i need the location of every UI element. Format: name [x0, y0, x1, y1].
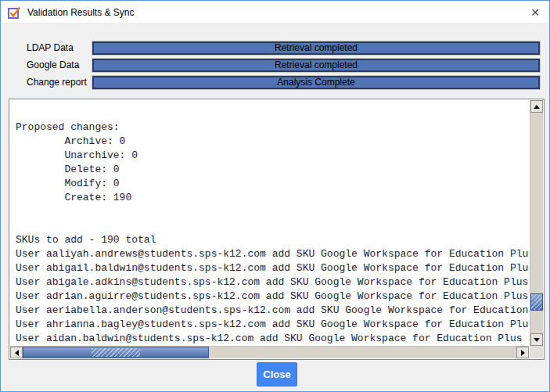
titlebar: Validation Results & Sync ✕ [2, 2, 548, 23]
change-report-textarea: Proposed changes: Archive: 0 Unarchive: … [9, 99, 545, 360]
ldap-data-progressbar: Retrieval completed [92, 41, 540, 55]
close-icon[interactable]: ✕ [522, 2, 548, 23]
arrow-right-icon [521, 350, 525, 356]
scroll-left-button[interactable] [10, 347, 23, 358]
scroll-up-button[interactable] [530, 100, 543, 113]
google-data-status: Retrieval completed [275, 60, 358, 70]
window-title: Validation Results & Sync [27, 2, 135, 23]
report-text: Proposed changes: Archive: 0 Unarchive: … [10, 99, 529, 346]
validation-results-dialog: Validation Results & Sync ✕ LDAP Data Re… [0, 0, 550, 392]
vertical-scrollbar[interactable] [530, 100, 543, 346]
arrow-down-icon [534, 338, 540, 342]
validation-checkbox-icon [8, 6, 21, 20]
horizontal-scrollbar[interactable] [10, 346, 529, 358]
change-report-status: Analysis Complete [277, 77, 354, 88]
scroll-down-button[interactable] [530, 333, 543, 346]
google-data-label: Google Data [27, 59, 79, 72]
horizontal-scrollbar-thumb[interactable] [23, 347, 209, 358]
arrow-left-icon [15, 350, 19, 356]
ldap-data-label: LDAP Data [27, 41, 74, 55]
ldap-data-status: Retrieval completed [275, 43, 358, 53]
arrow-up-icon [534, 105, 540, 109]
change-report-label: Change report [27, 76, 87, 89]
thumb-grip-texture [92, 348, 140, 357]
vertical-scrollbar-thumb[interactable] [530, 293, 543, 311]
close-button[interactable]: Close [257, 362, 297, 387]
google-data-progressbar: Retrieval completed [92, 59, 540, 72]
scroll-right-button[interactable] [516, 347, 529, 358]
scrollbar-corner [530, 346, 543, 358]
change-report-progressbar: Analysis Complete [92, 76, 540, 89]
